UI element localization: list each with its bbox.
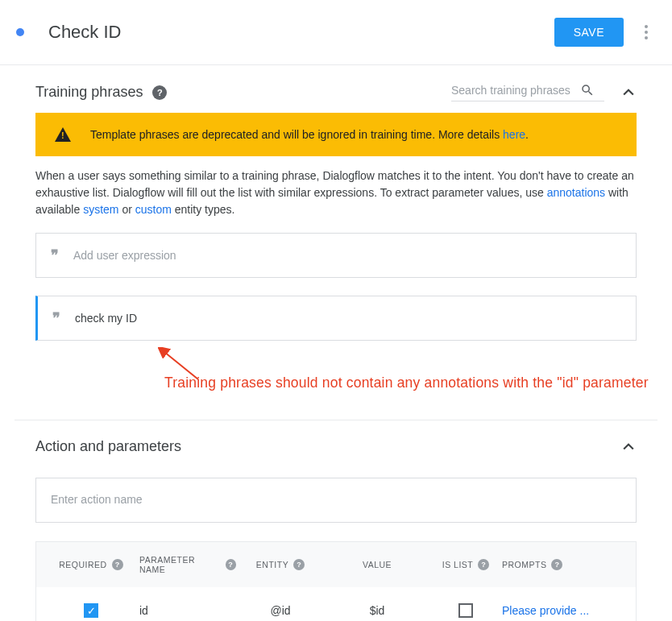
custom-link[interactable]: custom	[135, 203, 172, 216]
help-icon[interactable]: ?	[478, 559, 489, 570]
save-button[interactable]: SAVE	[554, 18, 624, 47]
entity-cell[interactable]: @id	[236, 604, 325, 617]
warning-banner: Template phrases are deprecated and will…	[35, 113, 637, 156]
training-description: When a user says something similar to a …	[35, 168, 637, 218]
warning-link[interactable]: here	[503, 128, 525, 141]
value-cell[interactable]: $id	[325, 604, 429, 617]
islist-checkbox[interactable]	[458, 603, 473, 618]
warning-text: Template phrases are deprecated and will…	[90, 128, 529, 141]
help-icon[interactable]: ?	[112, 559, 123, 570]
warning-icon	[55, 127, 71, 142]
quote-icon: ❞	[51, 246, 59, 264]
collapse-icon[interactable]	[620, 439, 637, 455]
help-icon[interactable]: ?	[152, 85, 167, 100]
collapse-icon[interactable]	[620, 85, 637, 101]
parameters-table: REQUIRED? PARAMETER NAME? ENTITY? VALUE …	[35, 541, 637, 621]
quote-icon: ❞	[52, 309, 60, 327]
add-phrase-box[interactable]: ❞	[35, 233, 637, 278]
page-title: Check ID	[48, 22, 554, 43]
annotation-text: Training phrases should not contain any …	[164, 375, 649, 391]
action-name-input[interactable]	[35, 478, 637, 523]
help-icon[interactable]: ?	[226, 559, 236, 570]
table-header: REQUIRED? PARAMETER NAME? ENTITY? VALUE …	[36, 542, 636, 587]
system-link[interactable]: system	[83, 203, 118, 216]
action-parameters-title: Action and parameters	[35, 438, 181, 455]
annotations-link[interactable]: annotations	[547, 186, 605, 199]
phrase-row[interactable]: ❞ check my ID	[35, 296, 637, 341]
add-phrase-input[interactable]	[73, 249, 621, 262]
training-phrases-title: Training phrases	[35, 84, 143, 101]
search-input[interactable]	[451, 84, 580, 97]
help-icon[interactable]: ?	[293, 559, 305, 570]
more-options-icon[interactable]	[637, 23, 656, 42]
search-box[interactable]	[451, 83, 604, 101]
param-name-cell[interactable]: id	[139, 604, 236, 617]
search-icon	[580, 83, 595, 97]
required-checkbox[interactable]: ✓	[84, 603, 98, 618]
phrase-text: check my ID	[75, 312, 137, 325]
table-row[interactable]: ✓ id @id $id Please provide ...	[36, 587, 636, 621]
status-dot	[16, 28, 24, 36]
help-icon[interactable]: ?	[551, 559, 562, 570]
prompt-link[interactable]: Please provide ...	[502, 604, 589, 617]
